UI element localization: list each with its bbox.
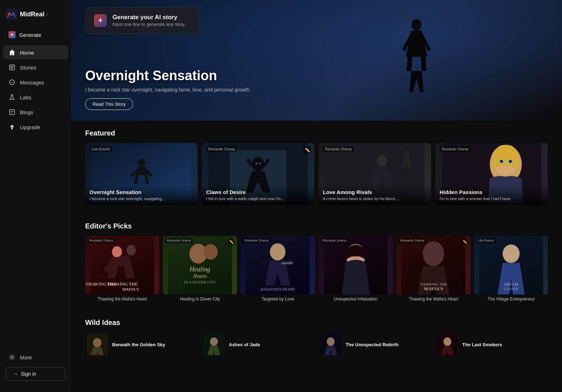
hero-section: + Generate your AI story Input one line … — [71, 0, 562, 121]
hero-content: Overnight Sensation I became a rock star… — [85, 68, 548, 110]
wild-art-3 — [437, 334, 458, 355]
svg-point-47 — [270, 243, 286, 260]
featured-overlay-1: Claws of Desire I fell in love with a wa… — [202, 185, 314, 205]
pick-card-img-0: THAWING THE THAWING THE MAFIA'S Romantic… — [85, 236, 159, 294]
svg-text:CHASER: CHASER — [504, 287, 518, 291]
featured-title: Featured — [85, 129, 548, 137]
more-item[interactable]: More — [3, 350, 68, 364]
pick-card-img-1: Healing Hearts IN A DOVER CITY Romantic … — [163, 236, 237, 294]
pick-art-4: THAWING THE MAFIA'S — [396, 236, 470, 294]
featured-card-desc-0: I became a rock star overnight, navigati… — [89, 197, 193, 201]
featured-card-title-0: Overnight Sensation — [89, 189, 193, 195]
svg-point-36 — [127, 245, 136, 255]
sidebar-item-home[interactable]: Home — [3, 45, 68, 60]
svg-point-22 — [256, 163, 257, 164]
wild-thumb-1 — [203, 334, 225, 355]
blogs-icon — [9, 109, 16, 116]
editors-picks-section: Editor's Picks — [71, 214, 562, 310]
hero-description: I became a rock star overnight, navigati… — [85, 87, 263, 93]
wild-item-0[interactable]: Beneath the Golden Sky — [85, 332, 198, 357]
pick-tag-3: Romantic Drama — [321, 238, 348, 243]
svg-point-56 — [503, 244, 520, 263]
svg-point-62 — [210, 337, 218, 346]
svg-point-15 — [412, 19, 422, 31]
svg-point-42 — [204, 244, 218, 260]
logo[interactable]: MidReal + — [0, 6, 71, 27]
sidebar-item-stories[interactable]: Stories — [3, 60, 68, 74]
generate-card-plus-icon: + — [94, 14, 107, 27]
read-story-button[interactable]: Read This Story — [85, 98, 133, 110]
svg-point-6 — [11, 82, 11, 83]
pick-art-5: DREAM CHASER — [474, 236, 548, 294]
wild-info-1: Ashes of Jade — [229, 342, 313, 347]
svg-rect-10 — [10, 110, 15, 115]
featured-section: Featured — [71, 121, 562, 214]
sidebar: MidReal + + Generate Home Stories Messag… — [0, 0, 71, 392]
sidebar-item-upgrade[interactable]: Upgrade — [3, 120, 68, 134]
svg-point-60 — [93, 338, 101, 347]
svg-point-23 — [259, 163, 261, 164]
pick-card-img-5: DREAM CHASER Life Events — [474, 236, 548, 294]
pick-card-1[interactable]: Healing Hearts IN A DOVER CITY Romantic … — [163, 236, 237, 302]
pick-card-title-3: Unexpected Infatuation — [319, 297, 393, 302]
svg-text:ASSASSIN'S HEART: ASSASSIN'S HEART — [260, 287, 296, 291]
pick-card-2[interactable]: ASSASSIN'S HEART Romantic Drama Targeted… — [241, 236, 315, 302]
wild-art-0 — [87, 334, 108, 355]
svg-text:MAFIA'S: MAFIA'S — [424, 286, 443, 291]
svg-point-21 — [252, 157, 265, 171]
pick-tag-2: Romantic Drama — [243, 238, 270, 243]
wild-title-1: Ashes of Jade — [229, 342, 313, 347]
featured-tag-0: Live Events — [89, 147, 112, 152]
generate-hero-card[interactable]: + Generate your AI story Input one line … — [85, 7, 199, 34]
pick-art-1: Healing Hearts IN A DOVER CITY — [163, 236, 237, 294]
midreal-logo-icon — [6, 9, 17, 20]
wild-ideas-section: Wild Ideas Beneath the Golden Sky — [71, 310, 562, 365]
svg-text:THAWING THE: THAWING THE — [107, 282, 138, 287]
nav-label-messages: Messages — [20, 79, 44, 85]
sign-in-button[interactable]: → Sign in — [6, 367, 65, 381]
wild-item-3[interactable]: The Last Smokers — [435, 332, 548, 357]
featured-card-title-1: Claws of Desire — [206, 189, 310, 195]
pick-card-0[interactable]: THAWING THE THAWING THE MAFIA'S Romantic… — [85, 236, 159, 302]
svg-text:IN A DOVER CITY: IN A DOVER CITY — [184, 280, 216, 284]
featured-card-rivals[interactable]: Romantic Drama Love Among Rivals A crime… — [319, 143, 431, 205]
featured-overlay-3: Hidden Passions I'm in love with a woman… — [435, 185, 548, 205]
nav-label-labs: Labs — [20, 94, 32, 100]
generate-nav-item[interactable]: + Generate — [3, 28, 68, 42]
wild-thumb-0 — [87, 334, 108, 355]
sidebar-item-labs[interactable]: Labs — [3, 90, 68, 104]
logo-text: MidReal — [20, 11, 44, 18]
pick-card-3[interactable]: Romantic Drama Unexpected Infatuation — [319, 236, 393, 302]
home-icon — [9, 49, 16, 56]
pick-tag-0: Romantic Drama — [87, 238, 115, 243]
featured-card-overnight[interactable]: Live Events Overnight Sensation I became… — [85, 143, 198, 205]
svg-point-52 — [423, 241, 444, 266]
pick-tag-1: Romantic Drama — [165, 238, 193, 243]
featured-tag-3: Romantic Drama — [440, 147, 470, 152]
pick-card-title-2: Targeted by Love — [241, 297, 315, 302]
svg-point-25 — [377, 155, 387, 167]
pick-card-4[interactable]: THAWING THE MAFIA'S Romantic Drama ✏️ Th… — [396, 236, 470, 302]
labs-icon — [9, 94, 16, 101]
sidebar-item-messages[interactable]: Messages — [3, 75, 68, 89]
wild-art-1 — [203, 334, 225, 355]
featured-card-desc-1: I fell in love with a waifu catgirl and … — [206, 197, 310, 201]
svg-rect-0 — [6, 9, 17, 20]
wild-item-2[interactable]: The Unexpected Rebirth — [319, 332, 431, 357]
featured-edit-icon-1[interactable]: ✏️ — [303, 146, 312, 154]
sidebar-item-blogs[interactable]: Blogs — [3, 105, 68, 119]
pick-art-2: ASSASSIN'S HEART — [241, 236, 315, 294]
sign-in-label: Sign in — [21, 371, 36, 377]
pick-card-5[interactable]: DREAM CHASER Life Events The Village Ent… — [474, 236, 548, 302]
wild-item-1[interactable]: Ashes of Jade — [202, 332, 314, 357]
wild-title-2: The Unexpected Rebirth — [346, 342, 430, 347]
featured-card-passions[interactable]: Romantic Drama Hidden Passions I'm in lo… — [435, 143, 548, 205]
featured-overlay-0: Overnight Sensation I became a rock star… — [85, 185, 198, 205]
picks-row: THAWING THE THAWING THE MAFIA'S Romantic… — [85, 236, 548, 302]
svg-text:Healing: Healing — [189, 266, 210, 273]
featured-card-claws[interactable]: Romantic Drama ✏️ Claws of Desire I fell… — [202, 143, 314, 205]
wild-info-0: Beneath the Golden Sky — [112, 342, 196, 347]
main-content: + Generate your AI story Input one line … — [71, 0, 562, 392]
stories-icon — [9, 64, 16, 71]
wild-thumb-3 — [437, 334, 458, 355]
